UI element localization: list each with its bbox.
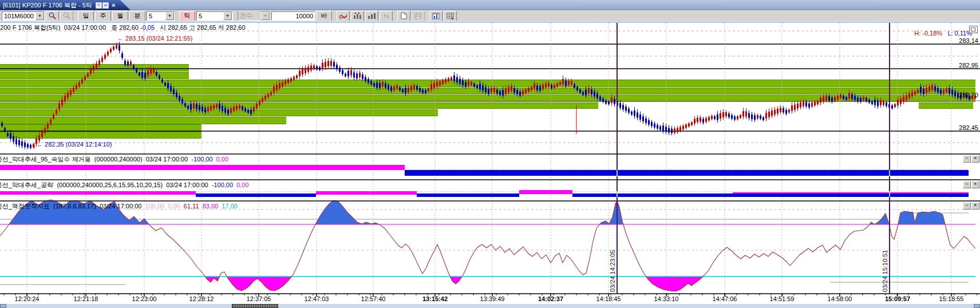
indicator-bar (316, 191, 417, 195)
panel-minimize-button[interactable]: − (963, 181, 971, 188)
volume-profile-band (0, 72, 189, 79)
panel2-buttons: − × (963, 181, 979, 188)
oscillator-line (0, 200, 975, 291)
indicator-bar (0, 191, 196, 195)
panel-restore-button[interactable] (969, 26, 978, 33)
panel3-buttons: − × (963, 202, 979, 210)
indicator-bar (196, 194, 316, 197)
panel-close-button[interactable]: × (971, 202, 979, 210)
panel-minimize-button[interactable]: − (963, 155, 971, 163)
indicator-bar (417, 194, 519, 197)
panel-minimize-button[interactable]: − (963, 202, 971, 210)
chart-window: [6101] KP200 F 1706 복합 - 5틱 ✎ ⇄ × 101M60… (0, 0, 980, 308)
panel-close-button[interactable]: × (971, 155, 979, 163)
chart-canvas[interactable] (0, 0, 980, 308)
indicator-bar (519, 190, 572, 194)
indicator-bar (572, 194, 969, 197)
indicator-bar (0, 165, 405, 170)
volume-profile-band (0, 117, 286, 124)
volume-profile-band (0, 80, 975, 87)
horizontal-scrollbar[interactable] (0, 304, 980, 308)
indicator-bar (733, 192, 969, 194)
panel-close-button[interactable]: × (971, 181, 979, 188)
volume-profile-band (0, 109, 438, 116)
indicator-bar (405, 170, 969, 176)
scroll-left-button[interactable] (0, 304, 6, 308)
scrollbar-thumb[interactable] (232, 304, 278, 308)
volume-profile-band (0, 102, 598, 109)
scroll-right-button[interactable] (974, 304, 980, 308)
oscillator-oversold-fill (0, 200, 975, 291)
volume-profile-band (0, 132, 201, 139)
panel1-buttons: − × (963, 155, 979, 163)
volume-profile-band (919, 102, 973, 109)
volume-profile-band (0, 124, 201, 132)
